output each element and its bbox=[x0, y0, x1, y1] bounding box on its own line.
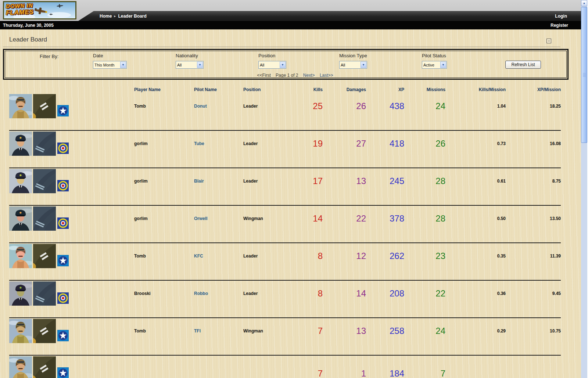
pilot-status-filter-select[interactable]: Active ▼ bbox=[422, 61, 447, 69]
pilot-portrait-image bbox=[9, 206, 32, 231]
pilot-name-link[interactable]: Donut bbox=[194, 104, 207, 109]
kills-value: 8 bbox=[318, 288, 323, 299]
pilot-name-link[interactable]: Blair bbox=[194, 179, 204, 184]
pilot-name-link[interactable]: Tube bbox=[194, 141, 204, 146]
position-filter-label: Position bbox=[258, 53, 275, 58]
nationality-roundel-icon bbox=[57, 367, 69, 378]
chevron-down-icon[interactable]: ▼ bbox=[197, 62, 203, 68]
table-row: Tomb KFC Leader 8 12 262 23 0.35 11.39 bbox=[9, 243, 561, 281]
player-name: gorlim bbox=[134, 179, 148, 184]
xp-value: 184 bbox=[390, 368, 404, 378]
kills-value: 25 bbox=[313, 101, 323, 111]
damages-value: 27 bbox=[356, 138, 366, 149]
pilot-portrait-image bbox=[9, 169, 32, 193]
xp-per-mission-value: 13.50 bbox=[550, 216, 561, 221]
pagination: <<First Page 1 of 2 Next> Last>> bbox=[207, 73, 383, 78]
kills-value: 14 bbox=[313, 213, 323, 224]
missions-value: 7 bbox=[441, 368, 445, 378]
pagination-last-link[interactable]: Last>> bbox=[320, 73, 333, 78]
pilot-portrait-image bbox=[9, 94, 32, 118]
position-filter-select[interactable]: All ▼ bbox=[258, 61, 286, 69]
kills-value: 17 bbox=[313, 176, 323, 186]
uniform-rank-image bbox=[33, 206, 56, 231]
pilot-images bbox=[9, 206, 69, 231]
table-header-row: Player Name Pilot Name Position Kills Da… bbox=[9, 85, 561, 94]
xp-value: 378 bbox=[390, 213, 404, 224]
pilot-images bbox=[9, 319, 69, 343]
pilot-images bbox=[9, 169, 69, 193]
page-title: Leader Board bbox=[9, 36, 47, 43]
refresh-list-button[interactable]: Refresh List bbox=[505, 61, 541, 69]
scrollbar-grip-icon bbox=[583, 73, 586, 77]
scrollbar-thumb[interactable] bbox=[581, 7, 587, 143]
uniform-rank-image bbox=[33, 169, 56, 193]
nationality-roundel-icon bbox=[57, 292, 69, 304]
pilot-portrait-image bbox=[9, 356, 32, 378]
player-name: Tomb bbox=[134, 328, 146, 334]
position-value: Leader bbox=[243, 179, 258, 184]
mission-type-filter-value: All bbox=[340, 63, 360, 67]
xp-value: 418 bbox=[390, 138, 404, 149]
kills-per-mission-value: 0.50 bbox=[497, 216, 506, 221]
kills-value: 8 bbox=[318, 251, 323, 261]
position-value: Leader bbox=[243, 291, 258, 296]
breadcrumb: Home ▸ Leader Board bbox=[100, 14, 147, 19]
filter-panel: Filter By: Date This Month ▼ Nationality… bbox=[3, 49, 569, 80]
damages-value: 26 bbox=[356, 101, 366, 111]
pilot-name-link[interactable]: KFC bbox=[194, 253, 203, 259]
position-value: Wingman bbox=[243, 216, 263, 221]
table-row: 7 1 184 7 bbox=[9, 356, 561, 378]
nationality-filter-select[interactable]: All ▼ bbox=[176, 61, 204, 69]
xp-value: 245 bbox=[390, 176, 404, 186]
pagination-first-link[interactable]: <<First bbox=[257, 73, 270, 78]
breadcrumb-home-link[interactable]: Home bbox=[100, 14, 112, 19]
table-row: gorlim Orwell Wingman 14 22 378 28 0.50 … bbox=[9, 206, 561, 243]
nationality-filter-value: All bbox=[176, 63, 197, 67]
date-filter-select[interactable]: This Month ▼ bbox=[93, 61, 127, 69]
pilot-status-filter-label: Pilot Status bbox=[422, 53, 446, 58]
login-link[interactable]: Login bbox=[555, 14, 567, 19]
pilot-name-link[interactable]: Orwell bbox=[194, 216, 208, 221]
column-header-kills: Kills bbox=[291, 85, 323, 94]
missions-value: 23 bbox=[435, 251, 445, 261]
kills-per-mission-value: 0.36 bbox=[497, 291, 506, 296]
xp-per-mission-value: 8.75 bbox=[552, 179, 561, 184]
date-bar: Thursday, June 30, 2005 Register bbox=[0, 21, 581, 29]
pilot-images bbox=[9, 132, 69, 156]
uniform-rank-image bbox=[33, 94, 56, 118]
player-name: Tomb bbox=[134, 104, 146, 109]
chevron-down-icon[interactable]: ▼ bbox=[361, 62, 366, 68]
missions-value: 26 bbox=[435, 138, 445, 149]
mission-type-filter-select[interactable]: All ▼ bbox=[339, 61, 367, 69]
kills-value: 7 bbox=[318, 368, 323, 378]
uniform-rank-image bbox=[33, 281, 56, 306]
column-header-xp: XP bbox=[366, 85, 404, 94]
logo-text-line1: DOWN IN bbox=[6, 3, 33, 9]
pagination-next-link[interactable]: Next> bbox=[303, 73, 315, 78]
kills-per-mission-value: 0.61 bbox=[497, 179, 506, 184]
chevron-down-icon[interactable]: ▼ bbox=[440, 62, 446, 68]
nationality-roundel-icon bbox=[57, 105, 69, 116]
pilot-portrait-image bbox=[9, 244, 32, 268]
damages-value: 13 bbox=[356, 176, 366, 186]
collapse-panel-icon[interactable]: − bbox=[546, 39, 551, 43]
vertical-scrollbar[interactable]: ▲ bbox=[581, 0, 587, 378]
kills-value: 19 bbox=[313, 138, 323, 149]
damages-value: 14 bbox=[356, 288, 366, 299]
filter-by-label: Filter By: bbox=[40, 54, 58, 59]
register-link[interactable]: Register bbox=[551, 23, 568, 28]
down-in-flames-logo[interactable]: DOWN IN FLAMES bbox=[3, 1, 76, 19]
pilot-name-link[interactable]: TFI bbox=[194, 328, 201, 334]
scrollbar-up-arrow-icon[interactable]: ▲ bbox=[581, 0, 587, 6]
chevron-down-icon[interactable]: ▼ bbox=[120, 62, 126, 68]
page-content: Leader Board − Filter By: Date This Mont… bbox=[0, 29, 581, 378]
chevron-down-icon[interactable]: ▼ bbox=[280, 62, 286, 68]
breadcrumb-current[interactable]: Leader Board bbox=[118, 14, 146, 19]
pilot-images bbox=[9, 356, 69, 378]
breadcrumb-separator-icon: ▸ bbox=[114, 14, 116, 18]
position-filter-value: All bbox=[259, 63, 279, 67]
missions-value: 24 bbox=[435, 326, 445, 336]
kills-value: 7 bbox=[318, 326, 323, 336]
pilot-name-link[interactable]: Robbo bbox=[194, 291, 208, 296]
uniform-rank-image bbox=[33, 319, 56, 343]
